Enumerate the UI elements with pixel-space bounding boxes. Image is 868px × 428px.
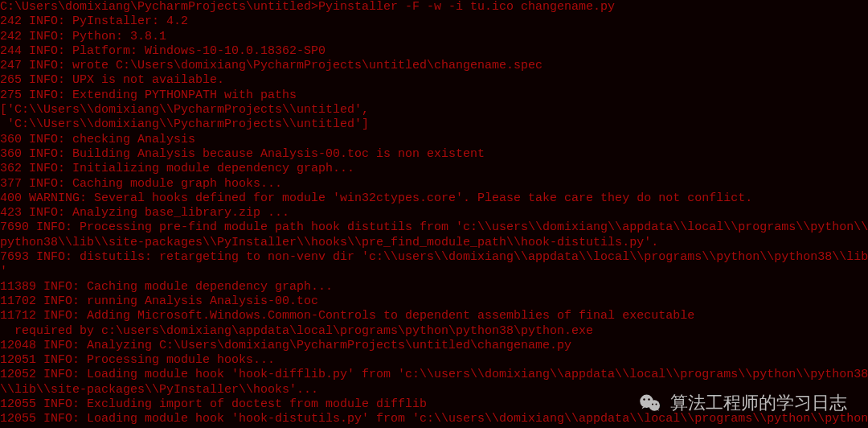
terminal-line: 423 INFO: Analyzing base_library.zip ... — [0, 206, 868, 220]
terminal-line: 'C:\\Users\\domixiang\\PycharmProjects\\… — [0, 117, 868, 132]
terminal-line: 242 INFO: PyInstaller: 4.2 — [0, 14, 868, 29]
terminal-line: C:\Users\domixiang\PycharmProjects\untit… — [0, 0, 868, 14]
terminal-line: 247 INFO: wrote C:\Users\domixiang\Pycha… — [0, 59, 868, 73]
terminal-line: 11389 INFO: Caching module dependency gr… — [0, 280, 868, 294]
terminal-line: 377 INFO: Caching module graph hooks... — [0, 177, 868, 191]
terminal-line: 360 INFO: checking Analysis — [0, 133, 868, 147]
terminal-line: 265 INFO: UPX is not available. — [0, 73, 868, 88]
terminal-line: 360 INFO: Building Analysis because Anal… — [0, 147, 868, 162]
terminal-line: python38\\lib\\site-packages\\PyInstalle… — [0, 236, 868, 250]
terminal-line: 12048 INFO: Analyzing C:\Users\domixiang… — [0, 339, 868, 353]
terminal-line: 7690 INFO: Processing pre-find module pa… — [0, 220, 868, 235]
terminal-line: 11712 INFO: Adding Microsoft.Windows.Com… — [0, 309, 868, 323]
terminal-line: \\lib\\site-packages\\PyInstaller\\hooks… — [0, 383, 868, 397]
terminal-line: 275 INFO: Extending PYTHONPATH with path… — [0, 88, 868, 103]
terminal-line: 11702 INFO: running Analysis Analysis-00… — [0, 294, 868, 309]
terminal-line: 400 WARNING: Several hooks defined for m… — [0, 191, 868, 206]
terminal-line: 362 INFO: Initializing module dependency… — [0, 162, 868, 176]
terminal-line: 12055 INFO: Loading module hook 'hook-di… — [0, 412, 868, 426]
terminal-line: 12051 INFO: Processing module hooks... — [0, 353, 868, 368]
terminal-line: required by c:\users\domixiang\appdata\l… — [0, 324, 868, 339]
terminal-line: 242 INFO: Python: 3.8.1 — [0, 30, 868, 44]
terminal-line: 12055 INFO: Excluding import of doctest … — [0, 397, 868, 412]
terminal-line: ' — [0, 265, 868, 279]
terminal-output[interactable]: C:\Users\domixiang\PycharmProjects\untit… — [0, 0, 868, 428]
terminal-line: ['C:\\Users\\domixiang\\PycharmProjects\… — [0, 103, 868, 117]
terminal-line: 244 INFO: Platform: Windows-10-10.0.1836… — [0, 44, 868, 59]
terminal-line: 7693 INFO: distutils: retargeting to non… — [0, 250, 868, 265]
terminal-line: 12052 INFO: Loading module hook 'hook-di… — [0, 368, 868, 382]
